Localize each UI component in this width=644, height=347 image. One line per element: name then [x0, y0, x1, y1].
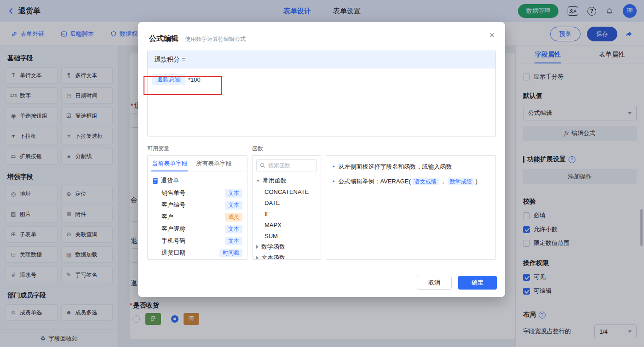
variable-row-sales-order-no[interactable]: 销售单号文本: [152, 187, 242, 199]
function-search-box[interactable]: [256, 159, 317, 171]
type-badge-text: 文本: [225, 237, 242, 245]
help-tip-text: 从左侧面板选择字段名和函数，或输入函数: [339, 162, 452, 171]
form-node-label: 退货单: [161, 176, 179, 185]
function-item-concatenate[interactable]: CONCATENATE: [256, 186, 317, 197]
tab-current-form-fields[interactable]: 当前表单字段: [148, 156, 192, 171]
functions-title: 函数: [252, 145, 263, 153]
function-group-label: 常用函数: [263, 176, 287, 185]
chevron-right-icon: [256, 245, 259, 249]
type-badge-text: 文本: [225, 201, 242, 210]
function-item-sum[interactable]: SUM: [256, 230, 317, 241]
function-item-mapx[interactable]: MAPX: [256, 219, 317, 230]
example-prefix: 公式编辑举例：AVERAGE(: [339, 178, 411, 185]
search-icon: [260, 163, 265, 168]
confirm-button[interactable]: 确定: [458, 276, 497, 290]
bullet-icon: •: [333, 177, 335, 186]
variable-name: 销售单号: [161, 189, 185, 197]
example-field-chip[interactable]: 数学成绩: [448, 178, 474, 185]
example-field-chip[interactable]: 语文成绩: [412, 178, 439, 185]
variable-name: 客户昵称: [161, 225, 185, 233]
chevron-right-icon: [256, 256, 259, 260]
variable-row-phone-number[interactable]: 手机号码文本: [152, 235, 242, 247]
type-badge-timestamp: 时间戳: [219, 249, 242, 257]
variables-title: 可用变量: [147, 145, 252, 153]
function-item-date[interactable]: DATE: [256, 197, 317, 208]
function-item-if[interactable]: IF: [256, 208, 317, 219]
type-badge-text: 文本: [225, 189, 242, 198]
help-tip-2: • 公式编辑举例：AVERAGE(语文成绩，数学成绩): [333, 177, 489, 186]
variables-panel: 当前表单字段 所有表单字段 退货单 销售单号文本 客户编号文本 客户成员 客户昵…: [147, 155, 247, 260]
formula-edit-modal: 公式编辑 使用数学运算符编辑公式 × 退款积分 = 退款总额 *100 可用变量…: [138, 22, 505, 297]
function-group-label: 文本函数: [261, 254, 285, 260]
variable-row-customer-nickname[interactable]: 客户昵称文本: [152, 223, 242, 235]
help-tip-1: • 从左侧面板选择字段名和函数，或输入函数: [333, 162, 489, 171]
function-group-label: 数学函数: [261, 243, 285, 251]
help-tip-text: 公式编辑举例：AVERAGE(语文成绩，数学成绩): [339, 177, 478, 186]
function-group-text[interactable]: 文本函数: [256, 252, 317, 260]
function-group-common[interactable]: 常用函数: [256, 175, 317, 186]
variable-name: 客户编号: [161, 201, 185, 209]
chevron-down-icon: [256, 180, 260, 182]
variable-row-customer[interactable]: 客户成员: [152, 211, 242, 223]
variable-row-customer-no[interactable]: 客户编号文本: [152, 199, 242, 211]
variable-row-return-date[interactable]: 退货日期时间戳: [152, 247, 242, 259]
modal-subtitle: 使用数学运算符编辑公式: [185, 35, 246, 43]
example-suffix: ): [476, 178, 477, 185]
function-group-math[interactable]: 数学函数: [256, 241, 317, 252]
variable-name: 客户: [161, 213, 173, 221]
form-node-return-order[interactable]: 退货单: [152, 174, 242, 187]
formula-rest-text: *100: [188, 76, 201, 83]
formula-editor[interactable]: 退款积分 = 退款总额 *100: [147, 51, 496, 137]
modal-title: 公式编辑: [149, 34, 178, 44]
type-badge-text: 文本: [225, 225, 242, 233]
column-labels: 可用变量 函数: [147, 145, 496, 153]
field-chip-refund-total[interactable]: 退款总额: [152, 74, 185, 85]
formula-expression[interactable]: 退款总额 *100: [148, 68, 495, 91]
cancel-button[interactable]: 取消: [417, 276, 452, 290]
modal-header: 公式编辑 使用数学运算符编辑公式: [138, 22, 505, 44]
formula-help-panel: • 从左侧面板选择字段名和函数，或输入函数 • 公式编辑举例：AVERAGE(语…: [326, 155, 496, 260]
tab-all-form-fields[interactable]: 所有表单字段: [192, 156, 236, 171]
formula-target: 退款积分 =: [148, 51, 495, 68]
example-comma: ，: [440, 178, 446, 185]
bullet-icon: •: [333, 162, 335, 171]
variable-name: 手机号码: [161, 237, 185, 245]
type-badge-member: 成员: [225, 213, 242, 222]
document-icon: [152, 177, 158, 184]
function-search-input[interactable]: [268, 162, 313, 169]
functions-panel: 常用函数 CONCATENATE DATE IF MAPX SUM 数学函数 文…: [252, 155, 321, 260]
close-icon[interactable]: ×: [489, 30, 495, 40]
variable-name: 退货日期: [161, 249, 185, 257]
